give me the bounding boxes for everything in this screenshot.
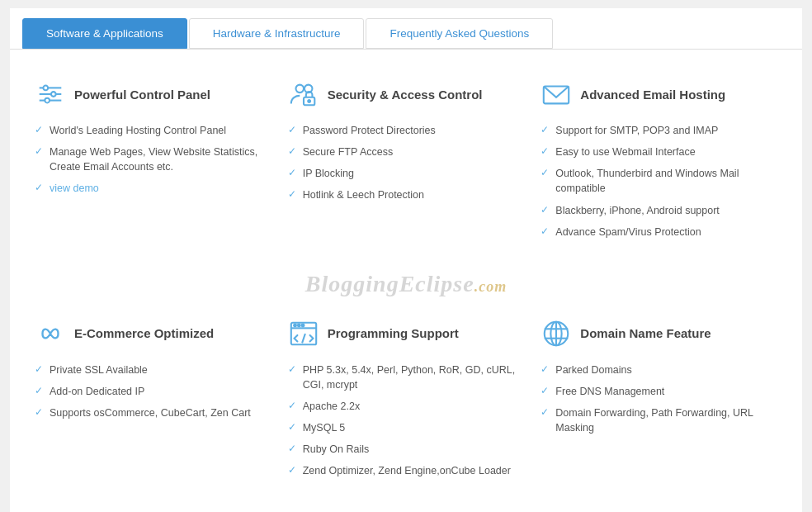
- cell-programming-header: Programming Support: [288, 318, 517, 349]
- svg-point-3: [43, 86, 48, 91]
- tab-software[interactable]: Software & Applications: [22, 18, 187, 49]
- cell-control-panel: Powerful Control Panel World's Leading H…: [26, 66, 280, 267]
- cell-ecommerce: E-Commerce Optimized Private SSL Availab…: [26, 306, 280, 506]
- list-item: IP Blocking: [288, 166, 517, 181]
- watermark: BloggingEclipse.com: [305, 271, 507, 297]
- list-item: Outlook, Thunderbird and Windows Mail co…: [541, 166, 769, 196]
- cell-security-header: Security & Access Control: [288, 78, 517, 110]
- list-item: Domain Forwarding, Path Forwarding, URL …: [541, 405, 769, 435]
- cell-email-title: Advanced Email Hosting: [580, 88, 725, 102]
- svg-line-16: [302, 334, 305, 343]
- cell-domain: Domain Name Feature Parked Domains Free …: [532, 306, 786, 506]
- svg-point-15: [301, 324, 304, 326]
- cell-control-panel-title: Powerful Control Panel: [74, 88, 210, 102]
- list-item: World's Leading Hosting Control Panel: [35, 123, 263, 138]
- svg-point-9: [308, 100, 310, 102]
- list-item: Ruby On Rails: [288, 442, 517, 457]
- tab-bar: Software & Applications Hardware & Infra…: [10, 8, 802, 50]
- globe-icon: [541, 318, 572, 349]
- main-container: Software & Applications Hardware & Infra…: [10, 8, 802, 512]
- email-icon: [541, 78, 572, 110]
- cell-domain-list: Parked Domains Free DNS Management Domai…: [541, 363, 769, 436]
- infinity-icon: [35, 318, 66, 349]
- cell-email-header: Advanced Email Hosting: [541, 78, 769, 110]
- cell-programming: Programming Support PHP 5.3x, 5.4x, Perl…: [280, 306, 533, 506]
- list-item: Hotlink & Leech Protection: [288, 187, 517, 202]
- svg-point-4: [51, 92, 56, 97]
- list-item: Blackberry, iPhone, Android support: [541, 203, 769, 218]
- svg-point-13: [294, 324, 296, 326]
- list-item: Zend Optimizer, Zend Engine,onCube Loade…: [288, 463, 517, 478]
- view-demo-link[interactable]: view demo: [50, 183, 99, 194]
- cell-programming-list: PHP 5.3x, 5.4x, Perl, Python, RoR, GD, c…: [288, 363, 517, 479]
- list-item: Free DNS Management: [541, 384, 769, 399]
- cell-security-list: Password Protect Directories Secure FTP …: [288, 123, 517, 203]
- users-lock-icon: [288, 78, 319, 110]
- cell-ecommerce-title: E-Commerce Optimized: [74, 326, 214, 340]
- cell-email: Advanced Email Hosting Support for SMTP,…: [532, 66, 786, 267]
- cell-domain-title: Domain Name Feature: [580, 326, 710, 340]
- list-item: view demo: [35, 181, 263, 196]
- cell-email-list: Support for SMTP, POP3 and IMAP Easy to …: [541, 123, 769, 239]
- cell-control-panel-header: Powerful Control Panel: [35, 78, 263, 110]
- list-item: Supports osCommerce, CubeCart, Zen Cart: [35, 405, 263, 420]
- cell-domain-header: Domain Name Feature: [541, 318, 769, 349]
- svg-point-6: [295, 85, 304, 93]
- watermark-suffix: .com: [474, 278, 508, 295]
- list-item: MySQL 5: [288, 420, 517, 435]
- svg-point-5: [45, 98, 50, 103]
- tab-hardware[interactable]: Hardware & Infrastructure: [189, 18, 365, 49]
- code-image-icon: [288, 318, 319, 349]
- list-item: Secure FTP Access: [288, 145, 517, 159]
- list-item: Password Protect Directories: [288, 123, 517, 138]
- watermark-row: BloggingEclipse.com: [26, 267, 786, 306]
- list-item: Advance Spam/Virus Protection: [541, 225, 769, 239]
- cell-security-title: Security & Access Control: [328, 88, 483, 102]
- list-item: PHP 5.3x, 5.4x, Perl, Python, RoR, GD, c…: [288, 363, 517, 392]
- cell-ecommerce-list: Private SSL Available Add-on Dedicated I…: [35, 363, 263, 420]
- list-item: Manage Web Pages, View Website Statistic…: [35, 145, 263, 174]
- list-item: Easy to use Webmail Interface: [541, 145, 769, 159]
- sliders-icon: [35, 78, 66, 110]
- list-item: Support for SMTP, POP3 and IMAP: [541, 123, 769, 138]
- cell-control-panel-list: World's Leading Hosting Control Panel Ma…: [35, 123, 263, 197]
- cell-programming-title: Programming Support: [328, 326, 459, 340]
- list-item: Parked Domains: [541, 363, 769, 377]
- cell-ecommerce-header: E-Commerce Optimized: [35, 318, 263, 349]
- svg-point-14: [298, 324, 300, 326]
- features-grid: Powerful Control Panel World's Leading H…: [10, 50, 802, 506]
- list-item: Private SSL Available: [35, 363, 263, 377]
- list-item: Add-on Dedicated IP: [35, 384, 263, 399]
- tab-faq[interactable]: Frequently Asked Questions: [366, 18, 553, 49]
- list-item: Apache 2.2x: [288, 399, 517, 414]
- cell-security: Security & Access Control Password Prote…: [280, 66, 533, 267]
